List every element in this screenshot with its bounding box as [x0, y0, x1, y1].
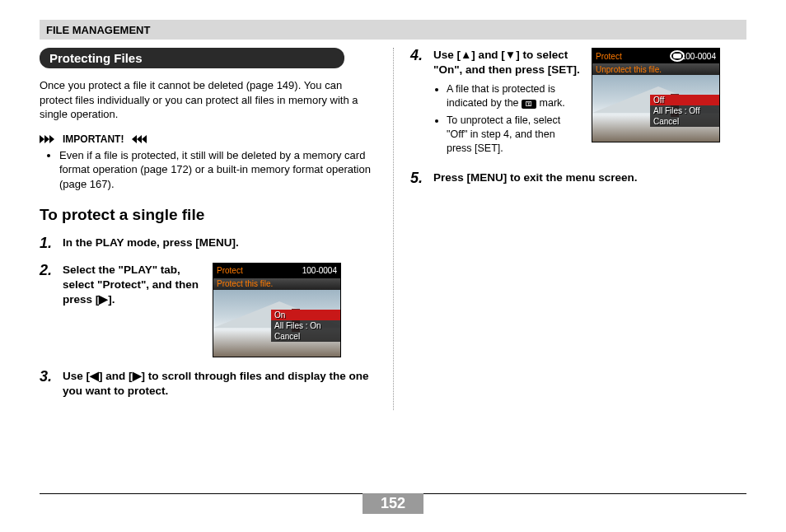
- section-header-bar: FILE MANAGEMENT: [40, 20, 746, 40]
- step-text: Press [MENU] to exit the menu screen.: [433, 170, 746, 185]
- step-number: 4.: [410, 48, 427, 63]
- step-text: Use [▲] and [▼] to select "On", and then…: [433, 48, 582, 77]
- screen-title: Protect: [217, 266, 243, 275]
- screen-title: Protect: [596, 52, 622, 61]
- step-text: Use [◀] and [▶] to scroll through files …: [63, 369, 377, 399]
- menu-item: All Files : Off: [650, 105, 719, 116]
- screen-folder: 100-0004: [302, 266, 337, 275]
- header-text: FILE MANAGEMENT: [46, 24, 150, 36]
- step-number: 5.: [410, 170, 427, 185]
- important-left-icon: [40, 135, 58, 143]
- step-number: 1.: [40, 236, 56, 250]
- step-text: In the PLAY mode, press [MENU].: [63, 236, 377, 250]
- important-label: IMPORTANT!: [63, 133, 124, 145]
- svg-marker-5: [132, 135, 137, 143]
- important-bullet: Even if a file is protected, it still wi…: [59, 148, 377, 192]
- camera-screenshot-unprotect: Protect 100-0004 Unprotect this file. Of…: [592, 48, 720, 142]
- menu-item: Cancel: [271, 331, 340, 342]
- step-sub-bullet: To unprotect a file, select "Off" in ste…: [447, 114, 582, 156]
- step-number: 3.: [40, 369, 56, 384]
- page-footer: 152: [40, 493, 746, 514]
- camera-screenshot-protect: Protect 100-0004 Protect this file. On A…: [213, 263, 341, 357]
- step-text: Select the "PLAY" tab, select "Protect",…: [63, 263, 203, 308]
- step-number: 2.: [40, 263, 56, 278]
- screen-subtitle: Unprotect this file.: [592, 63, 719, 75]
- svg-marker-3: [142, 135, 147, 143]
- step-sub-bullet: A file that is protected is indicated by…: [447, 82, 582, 110]
- menu-item: All Files : On: [271, 320, 340, 331]
- svg-marker-0: [40, 135, 44, 143]
- svg-marker-2: [49, 135, 54, 143]
- menu-item: On: [271, 310, 340, 320]
- svg-marker-1: [44, 135, 49, 143]
- protect-indicator-icon: [670, 50, 685, 62]
- screen-folder: 100-0004: [681, 52, 716, 61]
- page-number: 152: [363, 493, 423, 514]
- protect-key-icon: ⚿: [522, 100, 536, 109]
- procedure-heading: To protect a single file: [40, 206, 377, 224]
- subsection-title: Protecting Files: [40, 48, 344, 68]
- menu-item: Cancel: [650, 116, 719, 127]
- menu-item: Off: [650, 95, 719, 105]
- important-right-icon: [129, 135, 147, 143]
- screen-subtitle: Protect this file.: [213, 278, 340, 290]
- svg-marker-4: [137, 135, 142, 143]
- intro-text: Once you protect a file it cannot be del…: [40, 78, 377, 122]
